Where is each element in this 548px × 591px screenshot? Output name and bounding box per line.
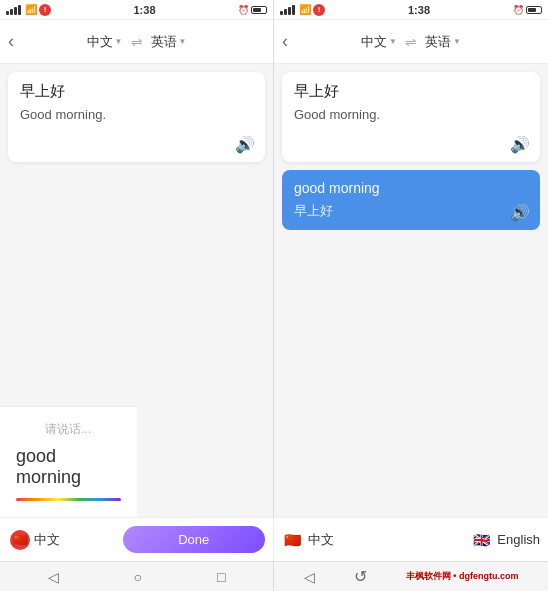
left-source-lang-arrow: ▼ bbox=[115, 37, 123, 46]
right-source-lang-arrow: ▼ bbox=[389, 37, 397, 46]
right-source-lang-label: 中文 bbox=[361, 33, 387, 51]
gesture-nav-bar: ◁ ○ □ ◁ ↺ 丰枫软件网 • dgfengtu.com bbox=[0, 561, 548, 591]
suggestion-translated-text: 早上好 bbox=[294, 202, 528, 220]
voice-input-panel: 请说话... good morning bbox=[0, 406, 137, 517]
wifi-icon-right: 📶 bbox=[299, 4, 311, 15]
right-lang-selector: 中文 ▼ ⇌ 英语 ▼ bbox=[361, 33, 461, 51]
right-source-lang[interactable]: 中文 ▼ bbox=[361, 33, 397, 51]
suggestion-box[interactable]: good morning 早上好 🔊 bbox=[282, 170, 540, 230]
battery-fill-left bbox=[253, 8, 261, 12]
voice-recognized-text: good morning bbox=[16, 446, 121, 488]
left-panel: ‹ 中文 ▼ ⇌ 英语 ▼ 早上好 Good morning. 🔊 请说话... bbox=[0, 20, 274, 517]
gesture-left: ◁ ○ □ bbox=[0, 562, 274, 591]
left-target-lang[interactable]: 英语 ▼ bbox=[151, 33, 187, 51]
signal-bar-1 bbox=[6, 11, 9, 15]
left-target-lang-arrow: ▼ bbox=[179, 37, 187, 46]
right-nav-bar: ‹ 中文 ▼ ⇌ 英语 ▼ bbox=[274, 20, 548, 64]
suggestion-input-text: good morning bbox=[294, 180, 528, 196]
alert-icon-right: ! bbox=[313, 4, 325, 16]
signal-bars-right bbox=[280, 5, 295, 15]
right-swap-icon[interactable]: ⇌ bbox=[405, 34, 417, 50]
status-bar: 📶 ! 1:38 ⏰ 📶 ! 1:38 ⏰ bbox=[0, 0, 548, 20]
alarm-icon-right: ⏰ bbox=[513, 5, 524, 15]
nav-home-icon-right[interactable]: ↺ bbox=[354, 567, 367, 586]
bottom-bar: 🇨🇳 中文 Done 🇨🇳 中文 🇬🇧 English bbox=[0, 517, 548, 561]
watermark-text: 丰枫软件网 • dgfengtu.com bbox=[406, 570, 519, 583]
battery-fill-right bbox=[528, 8, 536, 12]
chinese-flag-left: 🇨🇳 bbox=[10, 530, 30, 550]
alert-icon-left: ! bbox=[39, 4, 51, 16]
left-nav-bar: ‹ 中文 ▼ ⇌ 英语 ▼ bbox=[0, 20, 273, 64]
gesture-right: ◁ ↺ 丰枫软件网 • dgfengtu.com bbox=[274, 562, 548, 591]
status-bar-right: 📶 ! 1:38 ⏰ bbox=[274, 0, 548, 20]
right-translated-text: Good morning. bbox=[294, 107, 528, 122]
signal-bar-2 bbox=[10, 9, 13, 15]
right-empty-space bbox=[274, 238, 548, 517]
suggestion-speaker-button[interactable]: 🔊 bbox=[510, 203, 530, 222]
left-lang-tab: 🇨🇳 中文 bbox=[0, 530, 115, 550]
left-swap-icon[interactable]: ⇌ bbox=[131, 34, 143, 50]
voice-hint-text: 请说话... bbox=[45, 421, 91, 438]
signal-bar-r1 bbox=[280, 11, 283, 15]
left-target-lang-label: 英语 bbox=[151, 33, 177, 51]
cn-flag-right-icon: 🇨🇳 bbox=[284, 532, 301, 548]
right-status-icons: 📶 ! bbox=[280, 4, 325, 16]
bottom-left-section: 🇨🇳 中文 Done bbox=[0, 518, 274, 561]
signal-bar-3 bbox=[14, 7, 17, 15]
chinese-label-right: 中文 bbox=[308, 531, 334, 549]
left-translated-text: Good morning. bbox=[20, 107, 253, 122]
status-bar-left: 📶 ! 1:38 ⏰ bbox=[0, 0, 274, 20]
nav-back-icon-right[interactable]: ◁ bbox=[304, 569, 315, 585]
done-button[interactable]: Done bbox=[123, 526, 266, 553]
alarm-icon-left: ⏰ bbox=[238, 5, 249, 15]
signal-bar-r2 bbox=[284, 9, 287, 15]
chinese-flag-right: 🇨🇳 bbox=[282, 530, 302, 550]
signal-bar-r4 bbox=[292, 5, 295, 15]
right-back-button[interactable]: ‹ bbox=[282, 31, 288, 52]
chinese-label-left: 中文 bbox=[34, 531, 60, 549]
right-target-lang-arrow: ▼ bbox=[453, 37, 461, 46]
right-target-lang-label: 英语 bbox=[425, 33, 451, 51]
signal-bar-4 bbox=[18, 5, 21, 15]
english-flag: 🇬🇧 bbox=[471, 530, 491, 550]
right-icons-left: ⏰ bbox=[238, 5, 267, 15]
nav-recent-icon-left[interactable]: □ bbox=[217, 569, 225, 585]
time-left: 1:38 bbox=[133, 4, 155, 16]
left-back-button[interactable]: ‹ bbox=[8, 31, 14, 52]
left-lang-selector: 中文 ▼ ⇌ 英语 ▼ bbox=[87, 33, 187, 51]
right-speaker-button[interactable]: 🔊 bbox=[510, 135, 530, 154]
left-source-text: 早上好 bbox=[20, 82, 253, 101]
main-content: ‹ 中文 ▼ ⇌ 英语 ▼ 早上好 Good morning. 🔊 请说话... bbox=[0, 20, 548, 517]
nav-back-icon-left[interactable]: ◁ bbox=[48, 569, 59, 585]
left-status-icons: 📶 ! bbox=[6, 4, 51, 16]
right-icons-right: ⏰ bbox=[513, 5, 542, 15]
nav-home-icon-left[interactable]: ○ bbox=[134, 569, 142, 585]
right-target-lang[interactable]: 英语 ▼ bbox=[425, 33, 461, 51]
bottom-right-section: 🇨🇳 中文 🇬🇧 English bbox=[274, 518, 548, 561]
english-label: English bbox=[497, 532, 540, 547]
time-right: 1:38 bbox=[408, 4, 430, 16]
signal-bars bbox=[6, 5, 21, 15]
left-source-lang-label: 中文 bbox=[87, 33, 113, 51]
cn-flag-icon: 🇨🇳 bbox=[13, 533, 28, 547]
battery-left bbox=[251, 6, 267, 14]
battery-right bbox=[526, 6, 542, 14]
left-source-lang[interactable]: 中文 ▼ bbox=[87, 33, 123, 51]
wifi-icon-left: 📶 bbox=[25, 4, 37, 15]
left-translation-card: 早上好 Good morning. 🔊 bbox=[8, 72, 265, 162]
right-translation-card: 早上好 Good morning. 🔊 bbox=[282, 72, 540, 162]
left-speaker-button[interactable]: 🔊 bbox=[235, 135, 255, 154]
right-panel: ‹ 中文 ▼ ⇌ 英语 ▼ 早上好 Good morning. 🔊 good m… bbox=[274, 20, 548, 517]
audio-wave bbox=[16, 498, 121, 501]
gb-flag-icon: 🇬🇧 bbox=[473, 532, 490, 548]
right-source-text: 早上好 bbox=[294, 82, 528, 101]
signal-bar-r3 bbox=[288, 7, 291, 15]
